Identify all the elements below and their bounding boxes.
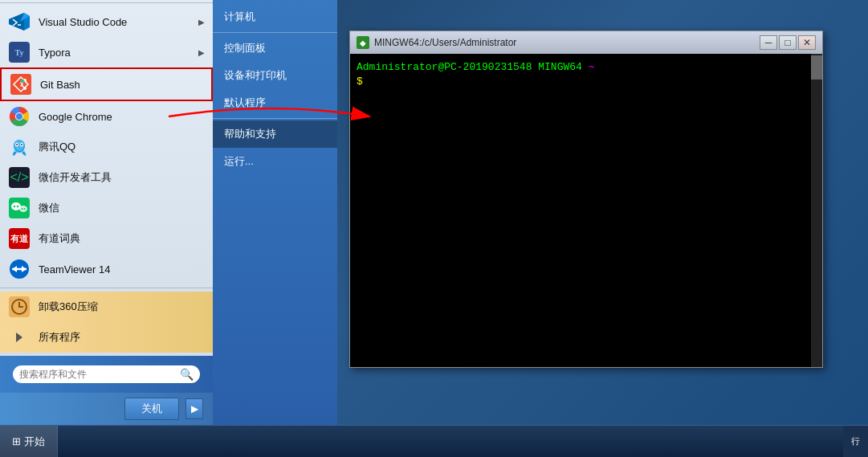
app-item-chrome[interactable]: Google Chrome [0, 101, 213, 132]
taskbar-start-button[interactable]: ⊞ 开始 [0, 426, 58, 457]
terminal-output: Administrator@PC-20190231548 MINGW64 ~ $ [357, 60, 816, 89]
terminal-titlebar: ◆ MINGW64:/c/Users/Administrator ─ □ ✕ [350, 31, 822, 54]
terminal-window: ◆ MINGW64:/c/Users/Administrator ─ □ ✕ A… [349, 31, 823, 368]
maximize-button[interactable]: □ [779, 35, 797, 50]
minimize-button[interactable]: ─ [760, 35, 777, 50]
right-item-run[interactable]: 运行... [213, 148, 337, 175]
terminal-body: Administrator@PC-20190231548 MINGW64 ~ $ [350, 54, 822, 367]
divider-1 [0, 2, 213, 3]
terminal-prompt-dir: ~ [589, 61, 595, 73]
desktop: ◆ MINGW64:/c/Users/Administrator ─ □ ✕ A… [0, 0, 868, 457]
svg-point-24 [19, 206, 27, 212]
app-icon-chrome [8, 105, 31, 128]
app-icon-all-programs [8, 326, 31, 349]
svg-point-23 [17, 206, 18, 207]
app-label-youdao: 有道词典 [39, 231, 80, 246]
app-item-typora[interactable]: Ty Typora ▶ [0, 37, 213, 67]
app-label-wechat: 微信 [39, 201, 59, 215]
app-label-gitbash: Git Bash [40, 79, 80, 91]
app-label-vscode: Visual Studio Code [39, 16, 127, 28]
terminal-title: MINGW64:/c/Users/Administrator [374, 37, 755, 48]
close-button[interactable]: ✕ [798, 35, 816, 50]
app-icon-qq [8, 136, 31, 158]
start-menu-right-panel: 文档 图片 音乐 游戏 计算机 控制面板 设备和打印机 默认程序 帮助和支持 运… [213, 0, 337, 425]
app-icon-gitbash [10, 73, 32, 96]
svg-point-13 [16, 113, 22, 120]
scrollbar-thumb[interactable] [811, 55, 822, 80]
svg-point-18 [16, 144, 18, 145]
svg-marker-29 [16, 333, 22, 342]
right-item-help[interactable]: 帮助和支持 [213, 120, 337, 148]
right-item-defaults[interactable]: 默认程序 [213, 89, 337, 116]
terminal-app-icon: ◆ [357, 36, 369, 49]
app-icon-360 [8, 296, 31, 318]
app-label-wechat-dev: 微信开发者工具 [39, 170, 112, 185]
taskbar-lang-indicator: 行 [851, 435, 860, 447]
svg-point-25 [22, 208, 23, 210]
app-item-qq[interactable]: 腾讯QQ [0, 132, 213, 162]
terminal-scrollbar[interactable] [811, 54, 822, 367]
app-arrow-vscode: ▶ [198, 18, 205, 27]
app-item-wechat-dev[interactable]: </> 微信开发者工具 [0, 162, 213, 193]
app-item-wechat[interactable]: 微信 [0, 193, 213, 223]
app-label-typora: Typora [39, 47, 71, 59]
app-icon-wechat [8, 197, 31, 219]
app-icon-wechat-dev: </> [8, 166, 31, 189]
svg-point-26 [24, 208, 26, 210]
app-item-youdao[interactable]: 有道 有道词典 [0, 223, 213, 254]
app-label-chrome: Google Chrome [39, 111, 112, 123]
app-item-gitbash[interactable]: Git Bash [0, 67, 213, 101]
search-area: 🔍 [0, 356, 213, 393]
right-divider-2 [213, 118, 337, 119]
app-icon-typora: Ty [8, 41, 31, 63]
app-label-all-programs: 所有程序 [39, 330, 80, 345]
start-menu-left-panel: Administrator 电脑管家 ↓ 强力卸载电脑上的软件 [0, 0, 213, 425]
power-arrow-button[interactable]: ▶ [185, 398, 203, 419]
terminal-cursor: $ [357, 75, 363, 88]
terminal-prompt-user: Administrator@PC-20190231548 MINGW64 [357, 61, 582, 73]
search-input[interactable] [19, 369, 176, 380]
app-icon-teamviewer [8, 258, 31, 280]
start-menu: Administrator 电脑管家 ↓ 强力卸载电脑上的软件 [0, 0, 337, 425]
app-icon-youdao: 有道 [8, 227, 31, 250]
power-area: 关机 ▶ [0, 393, 213, 425]
right-item-controlpanel[interactable]: 控制面板 [213, 35, 337, 62]
terminal-controls: ─ □ ✕ [760, 35, 816, 50]
start-menu-apps: 电脑管家 ↓ 强力卸载电脑上的软件 [0, 0, 213, 356]
taskbar-right-area: 行 [843, 426, 868, 457]
app-icon-vscode [8, 10, 31, 33]
right-item-devices[interactable]: 设备和打印机 [213, 62, 337, 89]
search-icon[interactable]: 🔍 [180, 368, 194, 381]
divider-2 [0, 288, 213, 288]
app-label-qq: 腾讯QQ [39, 140, 75, 154]
app-item-vscode[interactable]: Visual Studio Code ▶ [0, 6, 213, 37]
app-item-teamviewer[interactable]: TeamViewer 14 [0, 254, 213, 284]
right-item-computer[interactable]: 计算机 [213, 3, 337, 31]
app-item-all-programs[interactable]: 所有程序 [0, 322, 213, 353]
taskbar: ⊞ 开始 行 [0, 425, 868, 457]
shutdown-button[interactable]: 关机 [124, 398, 179, 420]
search-bar[interactable]: 🔍 [13, 365, 200, 383]
app-item-uninstall360[interactable]: 卸载360压缩 [0, 292, 213, 322]
svg-point-22 [14, 206, 15, 207]
app-label-uninstall360: 卸载360压缩 [39, 300, 98, 314]
right-divider [213, 32, 337, 33]
app-arrow-typora: ▶ [198, 48, 205, 57]
svg-point-19 [21, 144, 22, 145]
app-label-teamviewer: TeamViewer 14 [39, 263, 110, 275]
